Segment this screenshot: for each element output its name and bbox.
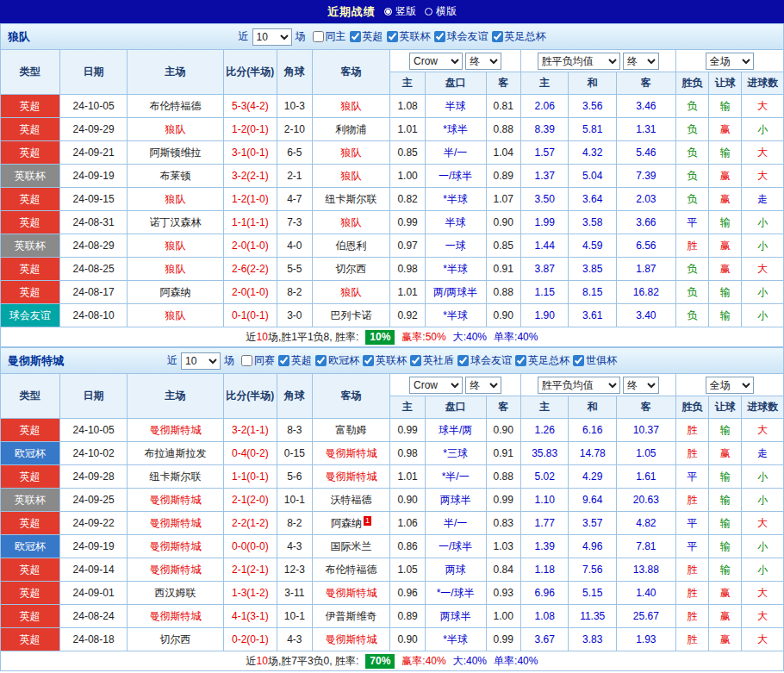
match-score[interactable]: 2-0(1-0) <box>223 234 277 258</box>
euro-mean-select[interactable]: 胜平负均值 <box>538 53 620 70</box>
team-link[interactable]: 狼队 <box>340 146 361 159</box>
team-link[interactable]: 曼彻斯特城 <box>149 610 201 622</box>
filter-checkbox[interactable]: 世俱杯 <box>569 353 617 368</box>
team-link[interactable]: 切尔西 <box>159 633 190 645</box>
games-count-select[interactable]: 10 <box>252 28 292 46</box>
team-link[interactable]: 狼队 <box>340 170 361 182</box>
team-link[interactable]: 曼彻斯特城 <box>325 633 376 645</box>
match-score[interactable]: 3-2(2-1) <box>223 165 277 188</box>
match-score[interactable]: 0-0(0-0) <box>223 535 277 558</box>
team-link[interactable]: 阿森纳 <box>159 286 190 298</box>
checkbox-input[interactable] <box>313 31 324 42</box>
match-score[interactable]: 0-1(0-1) <box>223 304 277 327</box>
match-score[interactable]: 1-1(1-1) <box>223 211 277 234</box>
team-link[interactable]: 巴列卡诺 <box>330 309 371 321</box>
match-score[interactable]: 2-1(2-1) <box>223 558 277 582</box>
match-score[interactable]: 4-1(3-1) <box>223 605 277 628</box>
filter-checkbox[interactable]: 英联杯 <box>383 29 431 44</box>
filter-checkbox[interactable]: 英超 <box>346 29 383 44</box>
filter-checkbox[interactable]: 球会友谊 <box>454 353 512 368</box>
scope-select[interactable]: 全场 <box>706 53 754 70</box>
match-score[interactable]: 2-1(2-0) <box>223 489 277 512</box>
match-score[interactable]: 1-2(0-1) <box>223 118 277 141</box>
match-score[interactable]: 3-2(1-1) <box>223 419 277 442</box>
checkbox-input[interactable] <box>363 355 374 366</box>
match-score[interactable]: 1-2(1-0) <box>223 188 277 211</box>
team-link[interactable]: 狼队 <box>165 309 185 321</box>
team-link[interactable]: 阿斯顿维拉 <box>149 146 201 159</box>
team-link[interactable]: 曼彻斯特城 <box>149 424 201 436</box>
team-link[interactable]: 曼彻斯特城 <box>325 587 376 599</box>
team-link[interactable]: 利物浦 <box>335 123 366 135</box>
filter-checkbox[interactable]: 欧冠杯 <box>312 353 359 368</box>
checkbox-input[interactable] <box>278 355 289 366</box>
team-link[interactable]: 布伦特福德 <box>325 564 376 576</box>
team-link[interactable]: 狼队 <box>165 240 185 252</box>
filter-checkbox[interactable]: 同主 <box>309 29 346 44</box>
euro-time-select[interactable]: 终 <box>623 377 659 394</box>
team-link[interactable]: 狼队 <box>340 100 361 112</box>
team-link[interactable]: 狼队 <box>340 286 361 298</box>
match-score[interactable]: 5-3(4-2) <box>223 95 277 118</box>
filter-checkbox[interactable]: 英足总杯 <box>488 29 546 44</box>
team-link[interactable]: 狼队 <box>165 263 185 275</box>
team-link[interactable]: 沃特福德 <box>330 494 371 506</box>
team-link[interactable]: 曼彻斯特城 <box>149 494 201 506</box>
team-link[interactable]: 伊普斯维奇 <box>325 610 376 622</box>
filter-checkbox[interactable]: 英超 <box>275 353 312 368</box>
checkbox-input[interactable] <box>434 31 445 42</box>
team-link[interactable]: 狼队 <box>165 123 185 135</box>
team-link[interactable]: 富勒姆 <box>335 424 366 436</box>
filter-checkbox[interactable]: 英联杯 <box>359 353 407 368</box>
team-link[interactable]: 伯恩利 <box>335 240 366 252</box>
team-link[interactable]: 布伦特福德 <box>149 100 201 112</box>
team-link[interactable]: 布莱顿 <box>159 170 190 182</box>
checkbox-input[interactable] <box>573 355 584 366</box>
filter-checkbox[interactable]: 英社盾 <box>407 353 454 368</box>
team-link[interactable]: 阿森纳 <box>331 517 362 529</box>
team-link[interactable]: 西汉姆联 <box>154 587 196 599</box>
checkbox-input[interactable] <box>515 355 526 366</box>
checkbox-input[interactable] <box>387 31 398 42</box>
checkbox-input[interactable] <box>492 31 503 42</box>
team-link[interactable]: 诺丁汉森林 <box>149 216 201 228</box>
team-link[interactable]: 国际米兰 <box>330 540 371 552</box>
odds-source-select[interactable]: Crow <box>409 53 463 70</box>
euro-time-select[interactable]: 终 <box>623 53 659 70</box>
games-count-select[interactable]: 10 <box>181 352 221 370</box>
match-score[interactable]: 0-4(0-2) <box>223 442 277 465</box>
checkbox-input[interactable] <box>241 355 252 366</box>
scope-select[interactable]: 全场 <box>706 377 754 394</box>
team-link[interactable]: 纽卡斯尔联 <box>149 470 201 483</box>
checkbox-input[interactable] <box>315 355 327 366</box>
layout-radio-horizontal[interactable]: 横版 <box>425 4 457 19</box>
odds-time-select[interactable]: 终 <box>465 53 501 70</box>
odds-time-select[interactable]: 终 <box>465 377 501 394</box>
match-score[interactable]: 0-2(0-1) <box>223 628 277 651</box>
team-link[interactable]: 切尔西 <box>335 263 366 275</box>
team-link[interactable]: 狼队 <box>165 193 185 205</box>
match-score[interactable]: 2-0(1-0) <box>223 281 277 304</box>
team-link[interactable]: 曼彻斯特城 <box>149 517 201 529</box>
match-score[interactable]: 1-3(1-2) <box>223 582 277 605</box>
match-score[interactable]: 1-1(0-1) <box>223 465 277 489</box>
team-link[interactable]: 狼队 <box>340 216 361 228</box>
team-link[interactable]: 曼彻斯特城 <box>149 564 201 576</box>
checkbox-input[interactable] <box>457 355 469 366</box>
checkbox-input[interactable] <box>350 31 361 42</box>
team-link[interactable]: 曼彻斯特城 <box>325 447 376 459</box>
filter-checkbox[interactable]: 英足总杯 <box>512 353 569 368</box>
odds-source-select[interactable]: Crow <box>409 377 463 394</box>
match-score[interactable]: 2-6(2-2) <box>223 258 277 281</box>
team-link[interactable]: 纽卡斯尔联 <box>325 193 376 205</box>
layout-radio-vertical[interactable]: 竖版 <box>384 4 416 19</box>
match-score[interactable]: 3-1(0-1) <box>223 141 277 165</box>
filter-checkbox[interactable]: 同赛 <box>238 353 275 368</box>
team-link[interactable]: 布拉迪斯拉发 <box>144 447 206 459</box>
team-link[interactable]: 曼彻斯特城 <box>325 470 376 483</box>
filter-checkbox[interactable]: 球会友谊 <box>431 29 488 44</box>
checkbox-input[interactable] <box>410 355 421 366</box>
euro-mean-select[interactable]: 胜平负均值 <box>538 377 620 394</box>
team-link[interactable]: 曼彻斯特城 <box>149 540 201 552</box>
match-score[interactable]: 2-2(1-2) <box>223 512 277 535</box>
